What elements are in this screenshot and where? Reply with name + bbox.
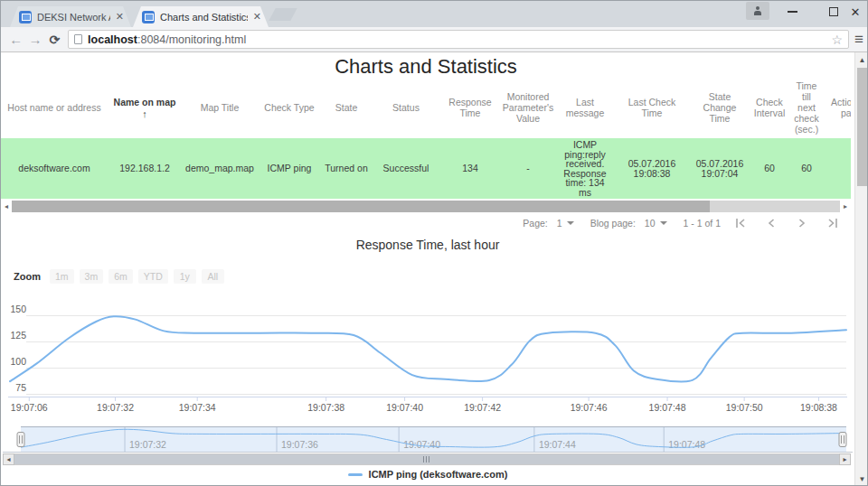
column-header[interactable]: Monitored Parameter's Value [500,80,556,135]
previous-page-button[interactable] [760,215,782,231]
back-icon[interactable]: ← [6,32,25,47]
table-horizontal-scrollbar[interactable]: ◂ ▸ [1,201,851,212]
close-window-button[interactable]: ✕ [842,1,868,23]
page-select[interactable]: 1 [557,218,574,229]
page-favicon [142,11,155,23]
profile-button[interactable] [746,2,769,20]
range-label: 1 - 1 of 1 [684,218,721,229]
page-title: Charts and Statistics [1,55,851,79]
table-scrollbar-thumb[interactable] [12,201,710,212]
first-page-button[interactable] [730,215,751,231]
menu-icon[interactable]: ≡ [854,33,863,47]
table-header-row: Host name or addressName on map↑Map Titl… [1,80,851,135]
table-cell: 60 [750,138,789,199]
table-cell: 05.07.2016 19:08:38 [614,138,690,199]
page-scrollbar-thumb[interactable] [857,68,867,186]
navigator-left-handle[interactable] [17,433,24,447]
scroll-right-icon[interactable]: ▸ [840,201,851,212]
table-scrollbar-track[interactable] [12,201,840,212]
chart-scrollbar-thumb[interactable] [14,454,839,464]
x-axis-label: 19:07:06 [11,402,48,413]
column-header[interactable]: Host name or address [1,80,108,135]
tab-bar: DEKSI Network Administr ✕ Charts and Sta… [1,1,868,27]
chart-scrollbar[interactable]: ◂ ▸ [3,453,851,465]
page-content: Charts and Statistics Host name or addre… [1,52,868,486]
close-tab-icon[interactable]: ✕ [116,12,124,22]
column-header[interactable]: Response Time [440,80,500,135]
x-axis-label: 19:08:38 [800,402,837,413]
close-tab-icon[interactable]: ✕ [253,12,261,22]
response-time-series-line [10,316,846,382]
table-header: Host name or addressName on map↑Map Titl… [1,80,851,137]
chart-scroll-right-icon[interactable]: ▸ [839,453,851,465]
browser-window: DEKSI Network Administr ✕ Charts and Sta… [0,0,868,486]
scroll-down-icon[interactable]: ▼ [855,475,868,483]
dropdown-caret-icon [660,221,667,225]
navigator-axis-label: 19:07:32 [129,439,166,450]
table-cell: deksoftware.com [1,138,108,199]
address-bar[interactable]: localhost:8084/monitoring.html ☆ [68,30,849,49]
column-header[interactable]: Map Title [182,80,258,135]
column-header[interactable]: Action on pass [824,80,851,135]
reload-icon[interactable]: ⟳ [45,33,64,47]
deksi-favicon [19,11,32,23]
table-row[interactable]: deksoftware.com192.168.1.2demo_map.mapIC… [1,138,851,199]
tab-deksi[interactable]: DEKSI Network Administr ✕ [10,6,131,27]
table-cell: 60 [789,138,824,199]
page-select-value: 1 [557,218,562,229]
scroll-up-icon[interactable]: ▲ [855,56,868,64]
navigator-axis-label: 19:07:44 [539,439,576,450]
forward-icon[interactable]: → [25,32,44,47]
url-text[interactable]: localhost:8084/monitoring.html [88,33,826,46]
last-page-button[interactable] [822,215,844,231]
page-vertical-scrollbar[interactable]: ▲ ▼ [854,52,868,486]
chart-title: Response Time, last hour [1,238,854,252]
column-header[interactable]: Check Interval [750,80,789,135]
tab-title: Charts and Statistics [160,12,248,23]
x-axis-label: 19:07:50 [726,402,763,413]
url-host: localhost [88,33,137,46]
range-selector: Zoom 1m3m6mYTD1yAll [14,268,224,284]
blog-page-label: Blog page: [590,218,636,229]
chart-scrollbar-track[interactable] [14,453,839,465]
zoom-button-1y[interactable]: 1y [174,269,196,284]
tab-charts[interactable]: Charts and Statistics ✕ [133,6,269,27]
page-icon [74,34,82,44]
browser-toolbar: ← → ⟳ localhost:8084/monitoring.html ☆ ≡ [1,27,868,52]
tab-title: DEKSI Network Administr [37,12,110,23]
column-header[interactable]: Last message [556,80,614,135]
column-header[interactable]: Last Check Time [614,80,690,135]
zoom-button-ytd[interactable]: YTD [138,269,168,284]
zoom-button-3m[interactable]: 3m [80,269,104,284]
blog-page-select[interactable]: 10 [645,218,667,229]
x-axis-label: 19:07:40 [386,402,423,413]
table-body: deksoftware.com192.168.1.2demo_map.mapIC… [1,138,851,199]
column-header[interactable]: Check Type [258,80,321,135]
y-axis-label: 75 [15,382,26,393]
chart-scroll-left-icon[interactable]: ◂ [3,453,14,465]
column-header[interactable]: State [321,80,372,135]
sort-ascending-icon: ↑ [142,108,147,119]
x-axis-label: 19:07:42 [464,402,501,413]
x-axis-label: 19:07:34 [179,402,216,413]
minimize-button[interactable] [778,1,806,23]
table-cell: ICMP ping [258,138,321,199]
paginator: Page: 1 Blog page: 10 1 - 1 of 1 [1,212,844,234]
column-header[interactable]: Status [372,80,440,135]
column-header[interactable]: Name on map↑ [108,80,182,135]
table-cell: 05.07.2016 19:07:04 [690,138,750,199]
bookmark-star-icon[interactable]: ☆ [832,33,844,47]
zoom-button-6m[interactable]: 6m [108,269,133,284]
zoom-button-1m[interactable]: 1m [50,269,74,284]
chart-legend[interactable]: ICMP ping (deksoftware.com) [1,469,854,480]
new-tab-button[interactable] [269,8,297,21]
scroll-left-icon[interactable]: ◂ [1,201,12,212]
navigator-svg[interactable]: 19:07:3219:07:3619:07:4019:07:4419:07:48 [1,426,854,454]
person-icon [753,6,762,15]
navigator-right-handle[interactable] [839,433,846,447]
column-header[interactable]: Time till next check (sec.) [789,80,824,135]
dropdown-caret-icon [567,221,574,225]
next-page-button[interactable] [791,215,813,231]
zoom-button-all[interactable]: All [202,269,224,284]
column-header[interactable]: State Change Time [690,80,750,135]
